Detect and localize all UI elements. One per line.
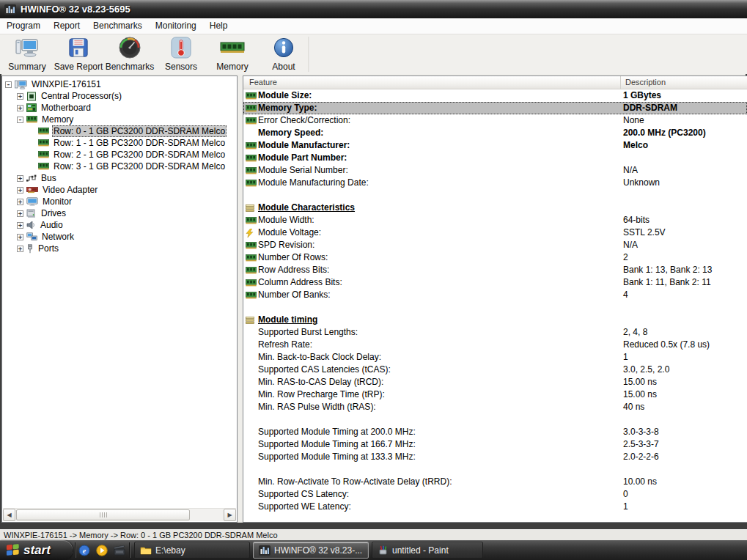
tree-item-label[interactable]: Drives — [40, 207, 67, 219]
menu-item-report[interactable]: Report — [47, 18, 87, 34]
feature-label: Supported CAS Latencies (tCAS): — [258, 364, 391, 376]
detail-row[interactable]: Memory Speed:200.0 MHz (PC3200) — [243, 127, 747, 139]
menu-item-monitoring[interactable]: Monitoring — [149, 18, 203, 34]
quicklaunch-movie-maker[interactable] — [114, 545, 125, 556]
detail-row[interactable]: Module Voltage:SSTL 2.5V — [243, 226, 747, 239]
tree-item-ports[interactable]: +Ports — [2, 243, 237, 254]
detail-row[interactable]: Number Of Banks:4 — [243, 289, 747, 301]
description-column-header[interactable]: Description — [620, 76, 747, 89]
detail-row[interactable]: Supported Module Timing at 133.3 MHz:2.0… — [243, 451, 747, 463]
detail-row[interactable]: Min. RAS Pulse Width (tRAS):40 ns — [243, 401, 747, 413]
detail-row[interactable]: Column Address Bits:Bank 1: 11, Bank 2: … — [243, 276, 747, 289]
feature-column-header[interactable]: Feature — [243, 76, 620, 89]
tree-item-audio[interactable]: +Audio — [2, 219, 237, 231]
tree-item-monitor[interactable]: +Monitor — [2, 196, 237, 207]
toolbar-button-memory[interactable]: Memory — [207, 34, 258, 74]
expand-toggle-icon[interactable]: + — [17, 246, 23, 252]
detail-row[interactable]: Min. Row Precharge Time (tRP):15.00 ns — [243, 388, 747, 401]
tree-item-video-adapter[interactable]: +Video Adapter — [2, 184, 237, 196]
detail-row[interactable]: Min. Row-Activate To Row-Activate Delay … — [243, 476, 747, 488]
expand-toggle-icon[interactable]: + — [17, 199, 23, 205]
collapse-toggle-icon[interactable]: - — [5, 81, 12, 88]
tree-item-drives[interactable]: +Drives — [2, 207, 237, 219]
tree-item-network[interactable]: +Network — [2, 231, 237, 243]
tree-item-label[interactable]: Row: 3 - 1 GB PC3200 DDR-SDRAM Melco — [52, 161, 227, 172]
detail-row[interactable]: Supported Module Timing at 200.0 MHz:3.0… — [243, 426, 747, 438]
tree-item-label[interactable]: WINXPIE-176151 — [30, 78, 103, 90]
menu-item-benchmarks[interactable]: Benchmarks — [87, 18, 149, 34]
section-header-row[interactable]: Module Characteristics — [243, 202, 747, 214]
detail-row[interactable]: Min. Back-to-Back Clock Delay:1 — [243, 351, 747, 364]
tree-item-label[interactable]: Video Adapter — [41, 184, 99, 196]
tree-item-row-3-1-gb-pc3200-ddr-sdram-melco[interactable]: Row: 3 - 1 GB PC3200 DDR-SDRAM Melco — [2, 161, 237, 172]
detail-row[interactable]: Min. RAS-to-CAS Delay (tRCD):15.00 ns — [243, 376, 747, 388]
detail-row[interactable]: Module Size:1 GBytes — [243, 89, 747, 102]
toolbar-button-about[interactable]: About — [258, 34, 309, 74]
expand-toggle-icon[interactable]: + — [17, 234, 23, 240]
tree-item-central-processor-s[interactable]: +Central Processor(s) — [2, 90, 237, 102]
title-bar[interactable]: HWiNFO® 32 v8.23-5695 — [0, 0, 747, 18]
detail-row[interactable]: Refresh Rate:Reduced 0.5x (7.8 us) — [243, 339, 747, 351]
menu-item-program[interactable]: Program — [0, 18, 47, 34]
scrollbar-thumb[interactable] — [16, 509, 190, 520]
tree-item-row-0-1-gb-pc3200-ddr-sdram-melco[interactable]: Row: 0 - 1 GB PC3200 DDR-SDRAM Melco — [2, 125, 237, 137]
tree-item-label[interactable]: Bus — [40, 172, 58, 184]
detail-row[interactable]: Module Serial Number:N/A — [243, 164, 747, 177]
detail-row[interactable]: Supported CAS Latencies (tCAS):3.0, 2.5,… — [243, 364, 747, 376]
tree-item-label-selected[interactable]: Row: 0 - 1 GB PC3200 DDR-SDRAM Melco — [52, 125, 227, 137]
expand-toggle-icon[interactable]: + — [17, 105, 23, 111]
expand-toggle-icon[interactable]: + — [17, 187, 23, 194]
quicklaunch-media-player[interactable] — [96, 545, 108, 556]
detail-row[interactable]: Module Manufacturing Date:Unknown — [243, 177, 747, 189]
detail-row[interactable]: Supported Module Timing at 166.7 MHz:2.5… — [243, 438, 747, 451]
toolbar-button-label: About — [272, 62, 295, 72]
expand-toggle-icon[interactable]: + — [17, 222, 23, 229]
detail-row[interactable]: Module Manufacturer:Melco — [243, 139, 747, 152]
start-button[interactable]: start — [0, 540, 73, 560]
feature-label: Number Of Banks: — [258, 289, 331, 301]
tree-item-memory[interactable]: -Memory — [2, 114, 237, 125]
tree-item-label[interactable]: Row: 2 - 1 GB PC3200 DDR-SDRAM Melco — [52, 149, 227, 161]
detail-row[interactable]: Number Of Rows:2 — [243, 251, 747, 264]
tree-item-motherboard[interactable]: +Motherboard — [2, 102, 237, 114]
tree-item-label[interactable]: Row: 1 - 1 GB PC3200 DDR-SDRAM Melco — [52, 137, 227, 149]
taskbar-button-e-ebay[interactable]: E:\ebay — [134, 542, 250, 559]
quicklaunch-internet-explorer[interactable]: e — [78, 545, 90, 556]
tree-item-label[interactable]: Network — [40, 231, 76, 243]
expand-toggle-icon[interactable]: + — [17, 93, 23, 100]
tree-item-label[interactable]: Central Processor(s) — [40, 90, 123, 102]
tree-item-bus[interactable]: +Bus — [2, 172, 237, 184]
detail-row[interactable]: Supported CS Latency:0 — [243, 488, 747, 501]
expand-toggle-icon[interactable]: + — [17, 175, 23, 182]
description-value: Unknown — [623, 177, 660, 189]
taskbar-button-hwinfo-32-v8-23[interactable]: HWiNFO® 32 v8.23-... — [253, 542, 369, 559]
tree-horizontal-scrollbar[interactable]: ◀ ▶ — [3, 508, 236, 521]
taskbar-button-untitled-paint[interactable]: untitled - Paint — [372, 542, 483, 559]
collapse-toggle-icon[interactable]: - — [17, 117, 23, 123]
toolbar-button-summary[interactable]: Summary — [1, 34, 53, 74]
detail-row[interactable]: SPD Revision:N/A — [243, 239, 747, 251]
toolbar-button-save-report[interactable]: Save Report — [53, 34, 104, 74]
tree-item-winxpie-176151[interactable]: -WINXPIE-176151 — [2, 78, 237, 90]
detail-row[interactable]: Supported WE Latency:1 — [243, 501, 747, 513]
section-header-row[interactable]: Module timing — [243, 314, 747, 326]
menu-item-help[interactable]: Help — [203, 18, 235, 34]
tree-item-label[interactable]: Memory — [40, 114, 75, 125]
detail-row[interactable]: Module Part Number: — [243, 152, 747, 164]
scroll-left-button[interactable]: ◀ — [3, 509, 15, 521]
tree-item-label[interactable]: Ports — [37, 243, 60, 254]
tree-item-row-2-1-gb-pc3200-ddr-sdram-melco[interactable]: Row: 2 - 1 GB PC3200 DDR-SDRAM Melco — [2, 149, 237, 161]
detail-row[interactable]: Error Check/Correction:None — [243, 114, 747, 127]
scroll-right-button[interactable]: ▶ — [224, 509, 236, 521]
expand-toggle-icon[interactable]: + — [17, 210, 23, 217]
toolbar-button-sensors[interactable]: Sensors — [155, 34, 207, 74]
detail-row[interactable]: Supported Burst Lengths:2, 4, 8 — [243, 326, 747, 339]
toolbar-button-benchmarks[interactable]: Benchmarks — [104, 34, 155, 74]
detail-row[interactable]: Module Width:64-bits — [243, 214, 747, 226]
tree-item-label[interactable]: Audio — [39, 219, 65, 231]
tree-item-row-1-1-gb-pc3200-ddr-sdram-melco[interactable]: Row: 1 - 1 GB PC3200 DDR-SDRAM Melco — [2, 137, 237, 149]
detail-row[interactable]: Memory Type:DDR-SDRAM — [243, 102, 747, 114]
detail-row[interactable]: Row Address Bits:Bank 1: 13, Bank 2: 13 — [243, 264, 747, 276]
tree-item-label[interactable]: Monitor — [41, 196, 73, 207]
tree-item-label[interactable]: Motherboard — [40, 102, 92, 114]
